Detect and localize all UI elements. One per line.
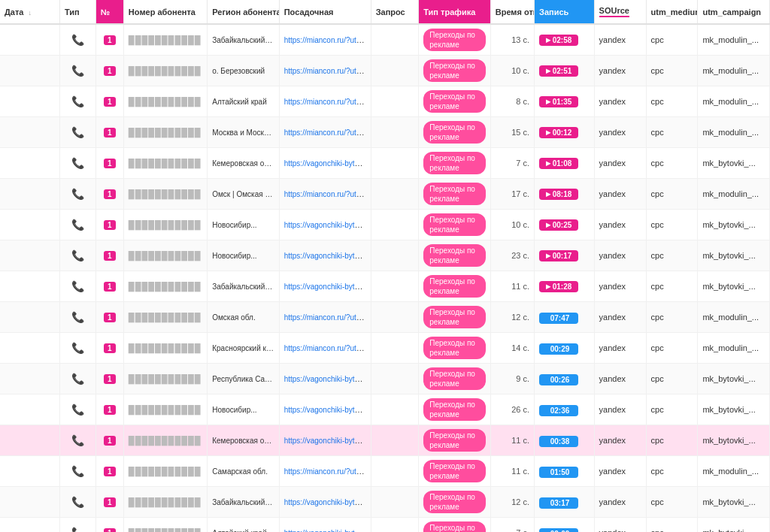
record-button[interactable]: ▶01:35 bbox=[539, 96, 578, 107]
calls-table: Дата ↓ Тип № Номер абонента Регион абоне… bbox=[0, 0, 770, 532]
landing-link[interactable]: https://miancon.ru/?utm_source=yan... bbox=[284, 66, 371, 75]
landing-link[interactable]: https://vagonchiki-bytov... bbox=[284, 528, 368, 532]
record-button[interactable]: ▶01:08 bbox=[539, 158, 578, 169]
cell-landing[interactable]: https://miancon.ru/?utm_source=yan... bbox=[279, 56, 371, 86]
record-button[interactable]: ▶08:18 bbox=[539, 189, 578, 200]
cell-landing[interactable]: https://miancon.ru/?utm_source=yan... bbox=[279, 456, 371, 487]
header-num[interactable]: № bbox=[95, 0, 123, 24]
header-query[interactable]: Запрос bbox=[371, 0, 419, 24]
cell-record[interactable]: ▶01:28 bbox=[535, 271, 595, 302]
cell-landing[interactable]: https://vagonchiki-bytov... bbox=[279, 394, 371, 425]
cell-record[interactable]: 07:47 bbox=[535, 302, 595, 333]
record-button[interactable]: ▶02:51 bbox=[539, 65, 578, 77]
cell-record[interactable]: ▶00:17 bbox=[535, 240, 595, 271]
header-utm-medium[interactable]: utm_medium bbox=[646, 0, 698, 24]
cell-landing[interactable]: https://miancon.ru/?utm_source=yan... bbox=[279, 24, 371, 56]
record-button[interactable]: 02:36 bbox=[539, 405, 578, 416]
record-button[interactable]: 07:47 bbox=[539, 313, 578, 324]
cell-region: Забайкальский край bbox=[208, 271, 279, 302]
landing-link[interactable]: https://vagonchiki-bytov... bbox=[284, 251, 368, 260]
header-utm-campaign[interactable]: utm_campaign bbox=[698, 0, 770, 24]
record-button[interactable]: ▶02:58 bbox=[539, 35, 578, 46]
landing-link[interactable]: https://miancon.ru/?utm_source=yan... bbox=[284, 97, 371, 106]
cell-landing[interactable]: https://vagonchiki-bytov... bbox=[279, 364, 371, 394]
record-button[interactable]: 03:17 bbox=[539, 497, 578, 509]
cell-utm-medium: cpc bbox=[646, 456, 698, 487]
cell-record[interactable]: 00:29 bbox=[535, 333, 595, 364]
header-record-label: Запись bbox=[539, 8, 568, 17]
header-response[interactable]: Время ответа bbox=[490, 0, 534, 24]
cell-record[interactable]: 00:26 bbox=[535, 364, 595, 394]
cell-record[interactable]: 03:17 bbox=[535, 487, 595, 518]
record-button[interactable]: ▶00:25 bbox=[539, 219, 578, 231]
record-button[interactable]: ▶00:12 bbox=[539, 127, 578, 138]
cell-utm-medium: cpc bbox=[646, 394, 698, 425]
record-button[interactable]: ▶01:28 bbox=[539, 281, 578, 292]
cell-landing[interactable]: https://miancon.ru/?utm_source=yan... bbox=[279, 302, 371, 333]
cell-date bbox=[0, 148, 60, 179]
header-region[interactable]: Регион абонента bbox=[208, 0, 279, 24]
header-phone[interactable]: Номер абонента bbox=[123, 0, 207, 24]
record-button[interactable]: 00:38 bbox=[539, 436, 578, 447]
header-type[interactable]: Тип bbox=[60, 0, 96, 24]
cell-traffic: Переходы по рекламе bbox=[419, 240, 490, 271]
landing-link[interactable]: https://vagonchiki-bytov... bbox=[284, 497, 368, 506]
cell-landing[interactable]: https://miancon.ru/?utm_source=yan... bbox=[279, 117, 371, 148]
cell-record[interactable]: 02:09 bbox=[535, 518, 595, 533]
cell-landing[interactable]: https://miancon.ru/?utm_source=yan... bbox=[279, 179, 371, 210]
num-badge: 1 bbox=[104, 405, 116, 415]
cell-record[interactable]: ▶01:08 bbox=[535, 148, 595, 179]
landing-link[interactable]: https://vagonchiki-bytov... bbox=[284, 220, 368, 229]
cell-record[interactable]: 01:50 bbox=[535, 456, 595, 487]
landing-link[interactable]: https://miancon.ru/?utm_source=yan... bbox=[284, 35, 371, 44]
phone-icon: 📞 bbox=[71, 157, 84, 169]
cell-query bbox=[371, 148, 419, 179]
header-response-label: Время ответа bbox=[496, 8, 535, 17]
record-button[interactable]: 01:50 bbox=[539, 467, 578, 478]
cell-record[interactable]: 00:38 bbox=[535, 425, 595, 456]
cell-landing[interactable]: https://vagonchiki-bytov... bbox=[279, 148, 371, 179]
landing-link[interactable]: https://miancon.ru/?utm_source=yan... bbox=[284, 189, 371, 198]
cell-record[interactable]: ▶02:58 bbox=[535, 24, 595, 56]
cell-landing[interactable]: https://vagonchiki-bytov... bbox=[279, 425, 371, 456]
cell-response: 23 с. bbox=[490, 240, 534, 271]
record-button[interactable]: ▶00:17 bbox=[539, 250, 578, 261]
cell-record[interactable]: ▶00:25 bbox=[535, 210, 595, 240]
play-icon: ▶ bbox=[546, 98, 550, 105]
header-traffic[interactable]: Тип трафика bbox=[419, 0, 490, 24]
landing-link[interactable]: https://miancon.ru/?utm_source=yan... bbox=[284, 467, 371, 476]
cell-landing[interactable]: https://vagonchiki-bytov... bbox=[279, 240, 371, 271]
landing-link[interactable]: https://vagonchiki-bytov... bbox=[284, 282, 368, 291]
landing-link[interactable]: https://vagonchiki-bytov... bbox=[284, 374, 368, 383]
record-button[interactable]: 00:26 bbox=[539, 374, 578, 385]
header-record[interactable]: Запись bbox=[535, 0, 595, 24]
cell-landing[interactable]: https://vagonchiki-bytov... bbox=[279, 210, 371, 240]
landing-link[interactable]: https://vagonchiki-bytov... bbox=[284, 405, 368, 414]
cell-phone: ███████████ bbox=[123, 24, 207, 56]
cell-record[interactable]: ▶08:18 bbox=[535, 179, 595, 210]
cell-landing[interactable]: https://vagonchiki-bytov... bbox=[279, 487, 371, 518]
landing-link[interactable]: https://miancon.ru/?utm_source=yan... bbox=[284, 343, 371, 352]
cell-date bbox=[0, 333, 60, 364]
cell-utm-campaign: mk_modulin_... bbox=[698, 86, 770, 117]
record-button[interactable]: 02:09 bbox=[539, 528, 578, 532]
cell-landing[interactable]: https://miancon.ru/?utm_source=yan... bbox=[279, 86, 371, 117]
cell-region: Республика Саха /Якутия/ bbox=[208, 364, 279, 394]
landing-link[interactable]: https://vagonchiki-bytov... bbox=[284, 436, 368, 445]
header-utm-source[interactable]: SOUrce bbox=[594, 0, 646, 24]
cell-record[interactable]: ▶00:12 bbox=[535, 117, 595, 148]
cell-utm-source: yandex bbox=[594, 24, 646, 56]
cell-landing[interactable]: https://miancon.ru/?utm_source=yan... bbox=[279, 333, 371, 364]
record-time: 00:17 bbox=[553, 252, 572, 260]
landing-link[interactable]: https://miancon.ru/?utm_source=yan... bbox=[284, 128, 371, 137]
cell-landing[interactable]: https://vagonchiki-bytov... bbox=[279, 518, 371, 533]
cell-landing[interactable]: https://vagonchiki-bytov... bbox=[279, 271, 371, 302]
cell-record[interactable]: ▶01:35 bbox=[535, 86, 595, 117]
header-landing[interactable]: Посадочная bbox=[279, 0, 371, 24]
cell-record[interactable]: 02:36 bbox=[535, 394, 595, 425]
landing-link[interactable]: https://vagonchiki-bytov... bbox=[284, 159, 368, 168]
landing-link[interactable]: https://miancon.ru/?utm_source=yan... bbox=[284, 313, 371, 322]
header-date[interactable]: Дата ↓ bbox=[0, 0, 60, 24]
record-button[interactable]: 00:29 bbox=[539, 343, 578, 355]
cell-record[interactable]: ▶02:51 bbox=[535, 56, 595, 86]
